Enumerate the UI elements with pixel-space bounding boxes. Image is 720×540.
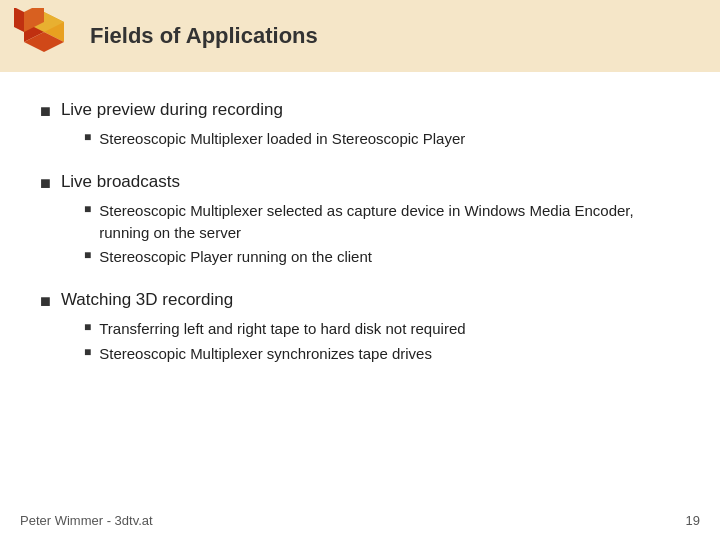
sub-bullet-icon-1-1: ■	[84, 130, 91, 144]
sub-bullet-icon-3-2: ■	[84, 345, 91, 359]
sub-bullets-3: ■ Transferring left and right tape to ha…	[84, 318, 680, 365]
sub-bullet-1-1: ■ Stereoscopic Multiplexer loaded in Ste…	[84, 128, 680, 150]
bullet-icon-3: ■	[40, 291, 51, 312]
sub-bullet-text-1-1: Stereoscopic Multiplexer loaded in Stere…	[99, 128, 465, 150]
main-content: ■ Live preview during recording ■ Stereo…	[0, 72, 720, 407]
section-live-preview: ■ Live preview during recording ■ Stereo…	[40, 100, 680, 150]
section-live-broadcasts: ■ Live broadcasts ■ Stereoscopic Multipl…	[40, 172, 680, 268]
sub-bullet-3-2: ■ Stereoscopic Multiplexer synchronizes …	[84, 343, 680, 365]
bullet-main-2: ■ Live broadcasts	[40, 172, 680, 194]
svg-marker-4	[14, 8, 24, 32]
sub-bullet-3-1: ■ Transferring left and right tape to ha…	[84, 318, 680, 340]
bullet-icon-2: ■	[40, 173, 51, 194]
sub-bullets-1: ■ Stereoscopic Multiplexer loaded in Ste…	[84, 128, 680, 150]
footer-author: Peter Wimmer - 3dtv.at	[20, 513, 153, 528]
sub-bullet-text-3-1: Transferring left and right tape to hard…	[99, 318, 465, 340]
bullet-main-text-3: Watching 3D recording	[61, 290, 233, 310]
bullet-main-1: ■ Live preview during recording	[40, 100, 680, 122]
sub-bullet-2-1: ■ Stereoscopic Multiplexer selected as c…	[84, 200, 680, 244]
sub-bullet-icon-3-1: ■	[84, 320, 91, 334]
sub-bullet-icon-2-2: ■	[84, 248, 91, 262]
sub-bullets-2: ■ Stereoscopic Multiplexer selected as c…	[84, 200, 680, 268]
sub-bullet-text-3-2: Stereoscopic Multiplexer synchronizes ta…	[99, 343, 432, 365]
sub-bullet-text-2-2: Stereoscopic Player running on the clien…	[99, 246, 372, 268]
footer: Peter Wimmer - 3dtv.at 19	[0, 513, 720, 528]
sub-bullet-text-2-1: Stereoscopic Multiplexer selected as cap…	[99, 200, 680, 244]
bullet-icon-1: ■	[40, 101, 51, 122]
bullet-main-text-1: Live preview during recording	[61, 100, 283, 120]
sub-bullet-icon-2-1: ■	[84, 202, 91, 216]
header: Fields of Applications	[0, 0, 720, 72]
sub-bullet-2-2: ■ Stereoscopic Player running on the cli…	[84, 246, 680, 268]
footer-page-number: 19	[686, 513, 700, 528]
page-title: Fields of Applications	[90, 23, 318, 49]
bullet-main-3: ■ Watching 3D recording	[40, 290, 680, 312]
section-watching-3d: ■ Watching 3D recording ■ Transferring l…	[40, 290, 680, 365]
bullet-main-text-2: Live broadcasts	[61, 172, 180, 192]
logo	[14, 8, 74, 64]
